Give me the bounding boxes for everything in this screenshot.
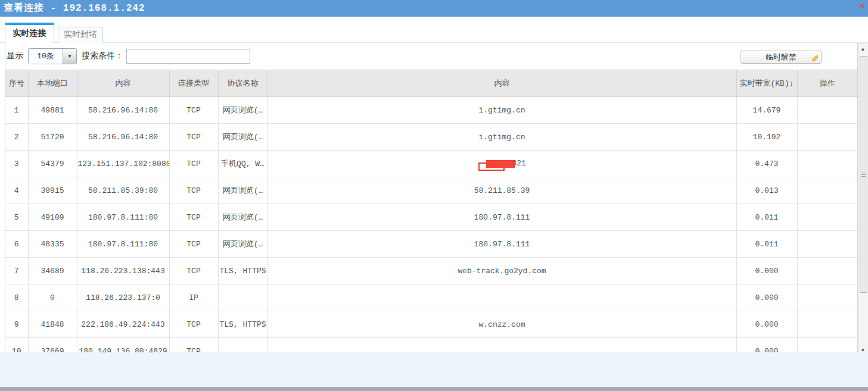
window-title: 查看连接 - 192.168.1.242 [4, 2, 145, 14]
view-connections-window: 查看连接 - 192.168.1.242 ✕ 实时连接 实时封堵 显示 10条 … [0, 0, 868, 391]
col-header-index[interactable]: 序号 [5, 70, 28, 97]
col-header-bandwidth-sorted[interactable]: 实时带宽(KB)↓ [736, 70, 797, 97]
cell-local-port: 51720 [28, 124, 77, 151]
connections-table: 序号 本地端口 内容 连接类型 协议名称 内容 实时带宽(KB)↓ 操作 1 4… [5, 70, 857, 365]
cell-connection-type: IP [169, 284, 218, 311]
toolbar: 显示 10条 ▼ 搜索条件： 临时解禁 [5, 43, 857, 70]
cell-bandwidth: 0.000 [736, 258, 797, 284]
col-header-protocol-name[interactable]: 协议名称 [218, 70, 267, 97]
table-header-row: 序号 本地端口 内容 连接类型 协议名称 内容 实时带宽(KB)↓ 操作 [5, 70, 857, 97]
close-icon[interactable]: ✕ [856, 0, 868, 13]
cell-bandwidth: 14.679 [736, 97, 797, 124]
cell-index: 6 [5, 231, 28, 258]
redaction-marks: 321 [478, 158, 526, 169]
cell-action [797, 124, 857, 151]
cell-local-port: 34689 [28, 258, 77, 284]
cell-connection-type: TCP [169, 311, 218, 338]
cell-bandwidth: 0.011 [736, 231, 797, 258]
redacted-visible-text: 321 [512, 159, 526, 168]
cell-index: 5 [5, 204, 28, 231]
cell-protocol: 网页浏览(… [218, 177, 267, 204]
cell-local-port: 38915 [28, 177, 77, 204]
col-header-action[interactable]: 操作 [797, 70, 857, 97]
bottom-strip [0, 387, 868, 391]
table-row: 3 54379 123.151.137.102:8080 TCP 手机QQ, W… [5, 151, 857, 177]
tab-realtime-blocking[interactable]: 实时封堵 [58, 27, 103, 43]
cell-content: 58.211.85.39:80 [77, 177, 169, 204]
cell-connection-type: TCP [169, 258, 218, 284]
search-label: 搜索条件： [82, 51, 123, 61]
cell-domain: i.gtimg.cn [267, 124, 736, 151]
cell-content: 222.186.49.224:443 [77, 311, 169, 338]
cell-protocol: TLS, HTTPS [218, 311, 267, 338]
cell-content: 118.26.223.138:443 [77, 258, 169, 284]
cell-bandwidth: 10.192 [736, 124, 797, 151]
temporary-unban-button[interactable]: 临时解禁 [741, 51, 822, 64]
col-header-content2[interactable]: 内容 [267, 70, 736, 97]
cell-protocol: 网页浏览(… [218, 204, 267, 231]
cell-content: 58.216.96.14:80 [77, 97, 169, 124]
cell-protocol: 手机QQ, W… [218, 151, 267, 177]
cell-action [797, 97, 857, 124]
cell-protocol: 网页浏览(… [218, 124, 267, 151]
page-size-select[interactable]: 10条 ▼ [28, 48, 77, 64]
cell-domain: 58.211.85.39 [267, 177, 736, 204]
cell-index: 4 [5, 177, 28, 204]
cell-bandwidth: 0.000 [736, 311, 797, 338]
cell-bandwidth: 0.011 [736, 204, 797, 231]
cell-action [797, 204, 857, 231]
cell-action [797, 311, 857, 338]
cell-action [797, 284, 857, 311]
footer-area [0, 352, 868, 387]
cell-domain [267, 284, 736, 311]
cell-domain: 180.97.8.111 [267, 231, 736, 258]
cell-protocol: 网页浏览(… [218, 231, 267, 258]
table-row: 8 0 118.26.223.137:0 IP 0.000 [5, 284, 857, 311]
scrollbar-thumb[interactable] [860, 56, 867, 293]
cell-connection-type: TCP [169, 124, 218, 151]
scrollbar-grip-icon [861, 173, 866, 177]
pencil-icon [812, 55, 818, 61]
table-row: 1 49881 58.216.96.14:80 TCP 网页浏览(… i.gti… [5, 97, 857, 124]
redaction-fill [486, 160, 515, 168]
cell-local-port: 48335 [28, 231, 77, 258]
cell-protocol: TLS, HTTPS [218, 258, 267, 284]
table-row: 9 41848 222.186.49.224:443 TCP TLS, HTTP… [5, 311, 857, 338]
temporary-unban-label: 临时解禁 [766, 53, 797, 62]
cell-action [797, 177, 857, 204]
search-input[interactable] [126, 49, 250, 64]
cell-content: 58.216.96.14:80 [77, 124, 169, 151]
col-header-content[interactable]: 内容 [77, 70, 169, 97]
cell-bandwidth: 0.013 [736, 177, 797, 204]
tab-label: 实时封堵 [64, 30, 97, 39]
page-size-value: 10条 [29, 49, 63, 64]
scroll-up-icon[interactable]: ▲ [859, 45, 867, 54]
col-header-connection-type[interactable]: 连接类型 [169, 70, 218, 97]
cell-index: 8 [5, 284, 28, 311]
cell-action [797, 151, 857, 177]
cell-domain: 180.97.8.111 [267, 204, 736, 231]
cell-index: 7 [5, 258, 28, 284]
cell-connection-type: TCP [169, 204, 218, 231]
cell-bandwidth: 0.000 [736, 284, 797, 311]
tab-label: 实时连接 [13, 29, 46, 38]
connections-panel: 显示 10条 ▼ 搜索条件： 临时解禁 序号 本地端口 内容 [5, 43, 858, 352]
cell-local-port: 0 [28, 284, 77, 311]
cell-protocol: 网页浏览(… [218, 97, 267, 124]
cell-bandwidth: 0.473 [736, 151, 797, 177]
table-row: 6 48335 180.97.8.111:80 TCP 网页浏览(… 180.9… [5, 231, 857, 258]
cell-connection-type: TCP [169, 97, 218, 124]
cell-local-port: 49109 [28, 204, 77, 231]
vertical-scrollbar[interactable]: ▲ ▼ [858, 43, 867, 357]
cell-connection-type: TCP [169, 151, 218, 177]
cell-content: 180.97.8.111:80 [77, 204, 169, 231]
col-header-local-port[interactable]: 本地端口 [28, 70, 77, 97]
cell-content: 123.151.137.102:8080 [77, 151, 169, 177]
cell-domain: web-track.go2yd.com [267, 258, 736, 284]
cell-connection-type: TCP [169, 177, 218, 204]
chevron-down-icon[interactable]: ▼ [63, 49, 76, 64]
cell-content: 118.26.223.137:0 [77, 284, 169, 311]
cell-action [797, 231, 857, 258]
table-row: 5 49109 180.97.8.111:80 TCP 网页浏览(… 180.9… [5, 204, 857, 231]
tab-realtime-connections[interactable]: 实时连接 [5, 23, 54, 43]
